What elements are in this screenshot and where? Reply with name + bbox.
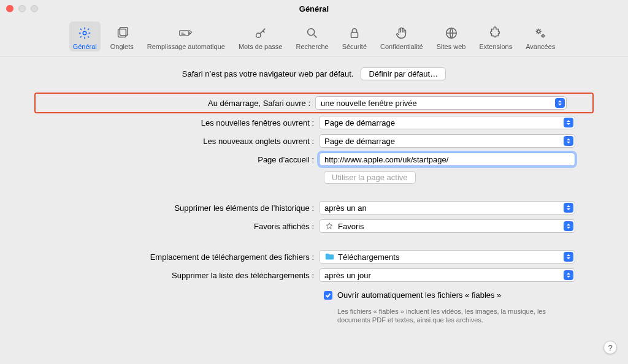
tab-extensions[interactable]: Extensions (475, 21, 516, 51)
svg-point-4 (256, 33, 260, 37)
set-default-button[interactable]: Définir par défaut… (361, 67, 446, 80)
tab-passwords[interactable]: Mots de passe (235, 21, 286, 51)
folder-icon (324, 252, 334, 262)
favorites-shown-select[interactable]: Favoris (319, 219, 575, 233)
tab-label: Sites web (437, 43, 466, 50)
chevron-updown-icon (564, 252, 573, 262)
gears-icon (531, 24, 550, 42)
new-windows-row: Les nouvelles fenêtres ouvrent : Page de… (37, 116, 591, 129)
key-icon (251, 24, 270, 42)
downloads-remove-label: Supprimer la liste des téléchargements : (37, 271, 319, 280)
tab-label: Sécurité (342, 43, 367, 50)
history-remove-label: Supprimer les éléments de l’historique : (37, 203, 319, 213)
homepage-input[interactable] (324, 155, 570, 164)
homepage-label: Page d’accueil : (37, 155, 319, 164)
startup-select[interactable]: une nouvelle fenêtre privée (315, 96, 567, 110)
default-browser-row: Safari n’est pas votre navigateur web pa… (37, 67, 591, 80)
download-location-row: Emplacement de téléchargement des fichie… (37, 250, 591, 264)
chevron-updown-icon (564, 270, 573, 280)
new-tabs-label: Les nouveaux onglets ouvrent : (37, 137, 319, 146)
preferences-toolbar: Général Onglets Remplissage automatique … (0, 17, 628, 56)
star-icon (324, 221, 334, 231)
tab-tabs[interactable]: Onglets (107, 21, 137, 51)
favorites-shown-row: Favoris affichés : Favoris (37, 219, 591, 233)
tab-label: Recherche (296, 43, 328, 50)
tab-autofill[interactable]: Remplissage automatique (144, 21, 229, 51)
search-icon (303, 24, 321, 42)
tab-websites[interactable]: Sites web (433, 21, 470, 51)
tab-search[interactable]: Recherche (292, 21, 332, 51)
history-remove-value: après un an (324, 203, 367, 213)
safe-files-help: Les fichiers « fiables » incluent les vi… (337, 307, 570, 325)
new-windows-value: Page de démarrage (324, 118, 395, 127)
chevron-updown-icon (564, 118, 573, 127)
new-tabs-row: Les nouveaux onglets ouvrent : Page de d… (37, 134, 591, 148)
default-browser-text: Safari n’est pas votre navigateur web pa… (182, 69, 354, 78)
chevron-updown-icon (555, 98, 565, 108)
svg-rect-1 (118, 29, 126, 37)
tab-label: Confidentialité (380, 43, 423, 50)
content-area: Safari n’est pas votre navigateur web pa… (0, 56, 628, 325)
download-location-label: Emplacement de téléchargement des fichie… (37, 252, 319, 262)
puzzle-icon (486, 24, 505, 42)
history-remove-select[interactable]: après un an (319, 201, 575, 214)
use-current-page-button[interactable]: Utiliser la page active (324, 171, 416, 184)
favorites-shown-label: Favoris affichés : (37, 222, 319, 231)
svg-point-8 (537, 30, 540, 33)
tab-label: Mots de passe (239, 43, 283, 50)
safe-files-checkbox[interactable] (324, 291, 332, 300)
tabs-icon (113, 24, 131, 42)
startup-label: Au démarrage, Safari ouvre : (38, 99, 315, 108)
zoom-button[interactable] (31, 5, 38, 12)
tab-label: Extensions (479, 43, 512, 50)
homepage-row: Page d’accueil : (37, 153, 591, 166)
lock-icon (345, 24, 364, 42)
safe-files-label: Ouvrir automatiquement les fichiers « fi… (337, 290, 501, 300)
tab-security[interactable]: Sécurité (339, 21, 370, 51)
close-button[interactable] (6, 5, 13, 12)
downloads-remove-value: après un jour (324, 271, 371, 280)
new-tabs-value: Page de démarrage (324, 137, 395, 146)
download-location-select[interactable]: Téléchargements (319, 250, 575, 264)
tab-general[interactable]: Général (69, 21, 101, 51)
autofill-icon (177, 24, 195, 42)
downloads-remove-select[interactable]: après un jour (319, 268, 575, 282)
chevron-updown-icon (564, 203, 573, 213)
help-button[interactable]: ? (603, 341, 617, 354)
preferences-window: Général Général Onglets Remplissage auto… (0, 0, 628, 364)
tab-label: Remplissage automatique (147, 43, 225, 50)
startup-row: Au démarrage, Safari ouvre : une nouvell… (34, 93, 594, 113)
tab-advanced[interactable]: Avancées (522, 21, 559, 51)
minimize-button[interactable] (18, 5, 26, 12)
window-title: Général (299, 4, 329, 13)
tab-label: Général (73, 43, 97, 50)
hand-icon (392, 24, 411, 42)
startup-value: une nouvelle fenêtre privée (321, 99, 417, 108)
svg-point-5 (308, 29, 315, 36)
gear-icon (75, 24, 94, 42)
new-windows-label: Les nouvelles fenêtres ouvrent : (37, 118, 319, 127)
tab-privacy[interactable]: Confidentialité (377, 21, 427, 51)
homepage-field[interactable] (319, 153, 575, 166)
chevron-updown-icon (564, 136, 573, 146)
new-tabs-select[interactable]: Page de démarrage (319, 134, 575, 148)
new-windows-select[interactable]: Page de démarrage (319, 116, 575, 129)
general-form: Au démarrage, Safari ouvre : une nouvell… (37, 95, 591, 325)
globe-icon (442, 24, 461, 42)
tab-label: Avancées (526, 43, 555, 50)
titlebar: Général (0, 0, 628, 17)
favorites-shown-value: Favoris (338, 222, 364, 231)
svg-rect-3 (180, 31, 189, 36)
downloads-remove-row: Supprimer la liste des téléchargements :… (37, 268, 591, 282)
tab-label: Onglets (110, 43, 134, 50)
safe-files-row: Ouvrir automatiquement les fichiers « fi… (324, 290, 591, 300)
download-location-value: Téléchargements (338, 252, 399, 262)
chevron-updown-icon (564, 221, 573, 231)
svg-rect-6 (351, 32, 358, 37)
window-controls (6, 5, 38, 12)
svg-point-9 (542, 35, 545, 37)
svg-point-0 (83, 31, 86, 35)
set-to-current-row: Utiliser la page active (37, 171, 591, 184)
history-remove-row: Supprimer les éléments de l’historique :… (37, 201, 591, 214)
svg-rect-2 (120, 28, 128, 36)
